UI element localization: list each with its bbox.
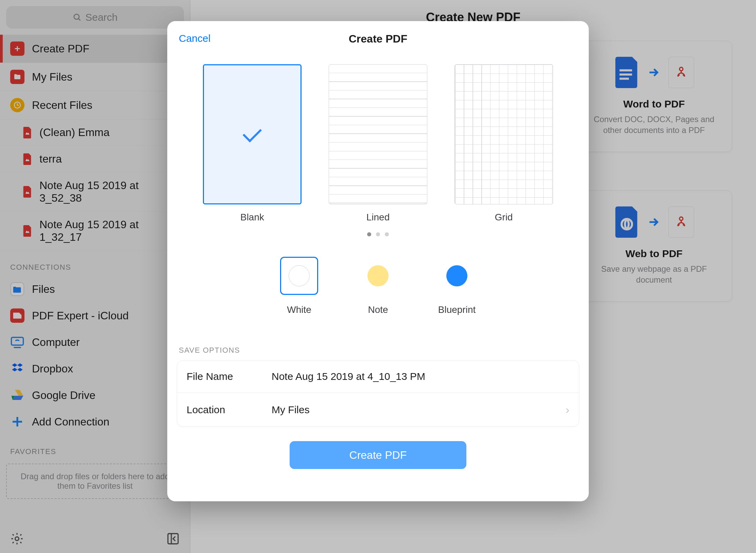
page-dot[interactable] (367, 232, 371, 236)
location-row[interactable]: Location My Files › (177, 392, 579, 426)
template-label: Grid (495, 212, 513, 223)
file-name-input[interactable] (272, 371, 569, 382)
file-name-row[interactable]: File Name (177, 361, 579, 392)
modal-title: Create PDF (167, 33, 589, 45)
color-label: Blueprint (438, 304, 476, 315)
save-options-card: File Name Location My Files › (177, 360, 579, 427)
color-swatch (446, 265, 467, 286)
color-label: White (287, 304, 311, 315)
page-dot[interactable] (385, 232, 389, 236)
chevron-right-icon: › (566, 403, 569, 416)
location-label: Location (187, 404, 272, 416)
color-picker: White Note Blueprint (280, 257, 476, 315)
template-picker: Blank Lined Grid (203, 64, 553, 223)
save-options-header: SAVE OPTIONS (177, 346, 579, 360)
create-pdf-button[interactable]: Create PDF (290, 441, 466, 469)
cancel-button[interactable]: Cancel (179, 33, 210, 44)
color-swatch (367, 265, 389, 286)
template-preview-blank (203, 64, 302, 204)
color-option-note[interactable]: Note (359, 257, 397, 315)
page-dot[interactable] (376, 232, 380, 236)
color-option-blueprint[interactable]: Blueprint (438, 257, 476, 315)
template-preview-grid (454, 64, 553, 204)
color-option-white[interactable]: White (280, 257, 318, 315)
template-label: Lined (366, 212, 390, 223)
page-indicator (367, 232, 389, 236)
template-blank[interactable]: Blank (203, 64, 302, 223)
template-label: Blank (240, 212, 264, 223)
color-label: Note (368, 304, 388, 315)
template-lined[interactable]: Lined (329, 64, 427, 223)
color-swatch (289, 265, 310, 286)
template-preview-lined (329, 64, 427, 204)
location-value: My Files (272, 404, 566, 416)
create-pdf-modal: Cancel Create PDF Blank Lined Grid White… (167, 21, 589, 501)
template-grid[interactable]: Grid (454, 64, 553, 223)
file-name-label: File Name (187, 371, 272, 382)
